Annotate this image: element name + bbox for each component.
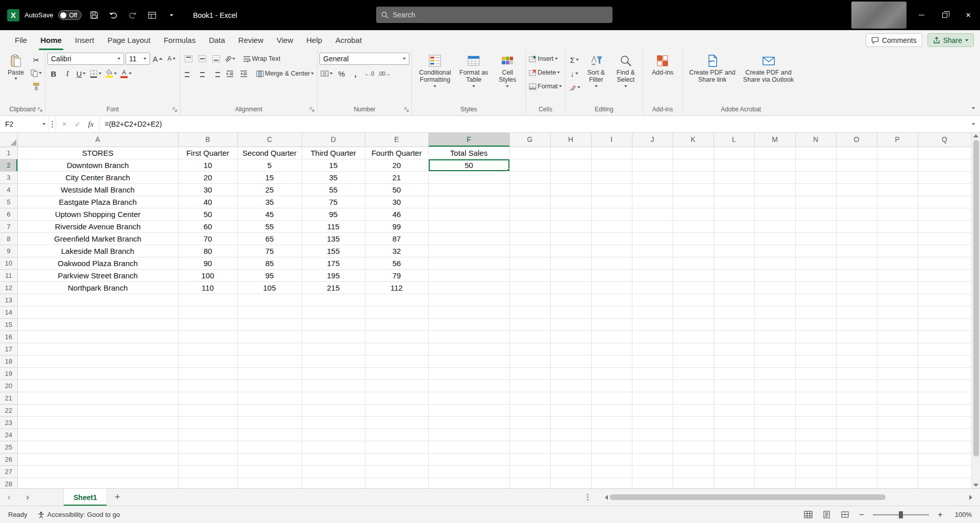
sheet-options-button[interactable] [587,489,589,506]
cell-B9[interactable]: 80 [178,245,237,257]
cell-G17[interactable] [509,343,550,355]
cell-C2[interactable]: 5 [237,159,302,171]
cell-Q19[interactable] [918,367,971,379]
cell-H3[interactable] [550,171,591,183]
format-painter-button[interactable] [30,80,43,92]
row-header-23[interactable]: 23 [0,416,17,429]
cell-A7[interactable]: Riverside Avenue Branch [17,220,178,232]
cell-L9[interactable] [714,245,754,257]
decrease-decimal-button[interactable]: .00→ [377,67,391,80]
column-header-P[interactable]: P [877,133,918,147]
cell-C16[interactable] [237,330,302,343]
cell-B14[interactable] [178,306,237,318]
cell-A8[interactable]: Greenfield Market Branch [17,232,178,245]
cell-P28[interactable] [877,478,918,488]
cell-B20[interactable] [178,379,237,392]
cell-I11[interactable] [591,269,632,281]
cell-G28[interactable] [509,478,550,488]
cell-O13[interactable] [836,294,877,306]
cell-O20[interactable] [836,379,877,392]
cell-O9[interactable] [836,245,877,257]
row-header-25[interactable]: 25 [0,441,17,453]
cell-G19[interactable] [509,367,550,379]
cell-L15[interactable] [714,318,754,330]
cell-L13[interactable] [714,294,754,306]
cell-H16[interactable] [550,330,591,343]
cell-P1[interactable] [877,147,918,159]
cell-D5[interactable]: 75 [302,196,365,208]
cell-P26[interactable] [877,453,918,465]
scroll-left-arrow-icon[interactable] [605,495,608,500]
cell-J18[interactable] [632,355,673,367]
cell-N9[interactable] [795,245,836,257]
cell-J12[interactable] [632,281,673,294]
cell-Q8[interactable] [918,232,971,245]
tab-help[interactable]: Help [300,30,329,50]
cell-J15[interactable] [632,318,673,330]
cell-K26[interactable] [673,453,714,465]
column-header-L[interactable]: L [714,133,754,147]
cell-I13[interactable] [591,294,632,306]
cell-N23[interactable] [795,416,836,429]
cell-L24[interactable] [714,429,754,441]
undo-button[interactable] [106,8,120,22]
cell-L20[interactable] [714,379,754,392]
cell-H2[interactable] [550,159,591,171]
scroll-up-arrow-icon[interactable] [973,134,978,137]
cell-G2[interactable] [509,159,550,171]
cell-Q11[interactable] [918,269,971,281]
cell-B2[interactable]: 10 [178,159,237,171]
align-middle-button[interactable] [196,53,208,65]
cell-D1[interactable]: Third Quarter [302,147,365,159]
cell-F9[interactable] [428,245,509,257]
cell-D16[interactable] [302,330,365,343]
cell-I18[interactable] [591,355,632,367]
cell-A19[interactable] [17,367,178,379]
cell-Q5[interactable] [918,196,971,208]
cell-I17[interactable] [591,343,632,355]
row-header-16[interactable]: 16 [0,330,17,343]
cell-O18[interactable] [836,355,877,367]
cell-J20[interactable] [632,379,673,392]
cell-F21[interactable] [428,392,509,404]
align-bottom-button[interactable] [210,53,222,65]
cell-G8[interactable] [509,232,550,245]
font-dialog-launcher[interactable] [172,107,178,113]
bold-button[interactable]: B [47,67,60,80]
cell-D24[interactable] [302,429,365,441]
row-header-5[interactable]: 5 [0,196,17,208]
create-pdf-outlook-button[interactable]: Create PDF and Share via Outlook [740,53,797,85]
cell-K10[interactable] [673,257,714,269]
row-header-10[interactable]: 10 [0,257,17,269]
cell-J1[interactable] [632,147,673,159]
cell-M10[interactable] [754,257,795,269]
vertical-scrollbar-thumb[interactable] [973,140,979,457]
cell-J25[interactable] [632,441,673,453]
cell-L10[interactable] [714,257,754,269]
create-pdf-share-link-button[interactable]: Create PDF and Share link [685,53,740,85]
column-header-F[interactable]: F [428,133,509,147]
previous-sheet-button[interactable]: ‹ [0,489,18,506]
cell-H22[interactable] [550,404,591,416]
zoom-slider-thumb[interactable] [899,511,903,518]
cell-P11[interactable] [877,269,918,281]
alignment-dialog-launcher[interactable] [309,107,315,113]
tab-view[interactable]: View [270,30,300,50]
increase-indent-button[interactable] [237,67,250,80]
column-header-E[interactable]: E [365,133,428,147]
cell-L2[interactable] [714,159,754,171]
cell-M12[interactable] [754,281,795,294]
cell-A3[interactable]: City Center Branch [17,171,178,183]
column-header-M[interactable]: M [754,133,795,147]
cell-K9[interactable] [673,245,714,257]
collapse-ribbon-button[interactable] [972,102,975,111]
cell-F25[interactable] [428,441,509,453]
row-header-8[interactable]: 8 [0,232,17,245]
cell-B16[interactable] [178,330,237,343]
cell-L19[interactable] [714,367,754,379]
row-header-19[interactable]: 19 [0,367,17,379]
cell-B4[interactable]: 30 [178,183,237,196]
merge-center-button[interactable]: Merge & Center [255,67,315,80]
comma-style-button[interactable]: , [349,67,361,80]
cell-E13[interactable] [365,294,428,306]
